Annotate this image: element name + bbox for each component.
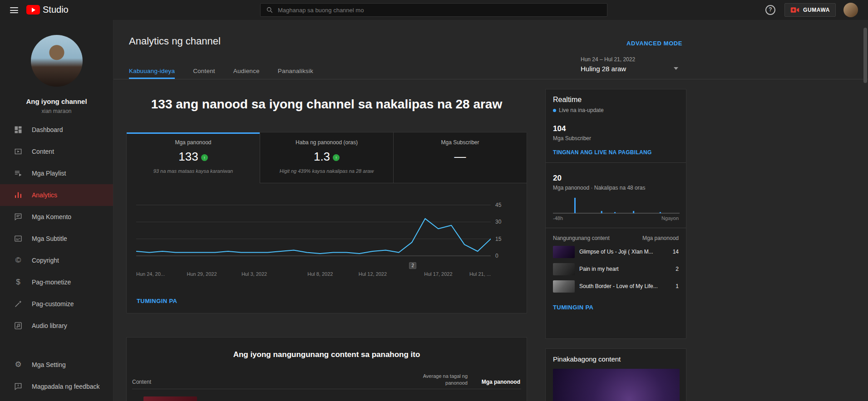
sidebar-item-content[interactable]: Content xyxy=(0,141,113,162)
live-label: Live na ina-update xyxy=(559,107,604,113)
live-count-link[interactable]: TINGNAN ANG LIVE NA PAGBILANG xyxy=(553,149,679,156)
trend-up-icon: ↑ xyxy=(333,154,340,161)
metric-tabs: Mga panonood 133↑ 93 na mas mataas kaysa… xyxy=(127,132,527,183)
y-tick-label: 30 xyxy=(495,219,501,225)
x-tick-label: Hun 29, 2022 xyxy=(187,271,217,277)
customize-icon xyxy=(14,299,23,308)
help-icon[interactable]: ? xyxy=(765,5,775,15)
views-line-chart xyxy=(136,200,491,260)
axis-start-label: -48h xyxy=(553,215,563,221)
realtime-list-header: Nangungunang content Mga panonood xyxy=(553,235,679,241)
sidebar: Ang iyong channel xian maraon Dashboard … xyxy=(0,20,113,401)
column-header-content: Content xyxy=(132,379,151,385)
channel-handle: xian maraon xyxy=(0,108,113,114)
sidebar-item-audio-library[interactable]: Audio library xyxy=(0,315,113,337)
sidebar-item-feedback[interactable]: Magpadala ng feedback xyxy=(0,376,113,397)
watch-time-value: 1.3 xyxy=(314,150,330,163)
metric-tab-subscribers[interactable]: Mga Subscriber — xyxy=(393,132,527,183)
sidebar-item-copyright[interactable]: © Copyright xyxy=(0,249,113,271)
column-header-avg-duration[interactable]: Average na tagal ng panonood xyxy=(420,373,468,386)
channel-name: Ang iyong channel xyxy=(0,98,113,105)
top-content-table-header: Content Average na tagal ng panonood Mga… xyxy=(132,370,521,389)
tab-content[interactable]: Content xyxy=(193,64,215,79)
metric-tab-watch-time[interactable]: Haba ng panonood (oras) 1.3↑ Higit ng 43… xyxy=(260,132,393,183)
watch-time-note: Higit ng 439% kaysa nakalipas na 28 araw xyxy=(260,168,393,174)
top-content-title: Ang iyong nangungunang content sa panaho… xyxy=(127,350,527,359)
list-item[interactable]: Pain in my heart 2 xyxy=(553,260,679,278)
search-input[interactable] xyxy=(278,7,602,14)
sidebar-item-dashboard[interactable]: Dashboard xyxy=(0,119,113,141)
list-item[interactable]: Glimpse of Us - Joji ( XIan M... 14 xyxy=(553,243,679,260)
video-thumbnail xyxy=(553,246,575,258)
x-tick-label: Hul 21, ... xyxy=(469,271,491,277)
content-icon xyxy=(14,147,23,156)
divider xyxy=(546,228,686,228)
channel-profile: Ang iyong channel xian maraon xyxy=(0,20,113,114)
realtime-title: Realtime xyxy=(553,96,679,104)
date-range-text: Hun 24 – Hul 21, 2022 xyxy=(581,56,678,63)
analytics-icon xyxy=(14,191,23,200)
y-tick-label: 45 xyxy=(495,202,501,208)
views-headline: 133 ang nanood sa iyong channel sa nakal… xyxy=(126,97,527,112)
sidebar-item-subtitles[interactable]: Mga Subtitle xyxy=(0,228,113,249)
subscriber-count: 104 xyxy=(553,124,679,133)
video-thumbnail xyxy=(553,263,575,275)
main-area: Analytics ng channel ADVANCED MODE Hun 2… xyxy=(113,20,868,401)
hamburger-menu-icon[interactable] xyxy=(10,7,18,13)
account-avatar[interactable] xyxy=(843,3,858,17)
x-tick-label: Hun 24, 20... xyxy=(136,271,165,277)
axis-end-label: Ngayon xyxy=(661,215,679,221)
create-button-label: GUMAWA xyxy=(803,7,830,13)
tab-research[interactable]: Pananaliksik xyxy=(278,64,313,79)
sidebar-item-comments[interactable]: Mga Komento xyxy=(0,206,113,228)
monetize-icon: $ xyxy=(14,278,23,287)
chart-event-marker[interactable]: 2 xyxy=(409,262,416,269)
top-content-card: Ang iyong nangungunang content sa panaho… xyxy=(126,337,527,401)
trend-up-icon: ↑ xyxy=(201,154,208,161)
page-title: Analytics ng channel xyxy=(129,35,221,47)
audio-library-icon xyxy=(14,321,23,330)
subscriber-count-label: Mga Subscriber xyxy=(553,135,679,142)
realtime-see-more-link[interactable]: TUMINGIN PA xyxy=(553,304,679,311)
live-indicator: Live na ina-update xyxy=(553,107,679,113)
live-dot-icon xyxy=(553,109,556,112)
x-tick-label: Hul 12, 2022 xyxy=(359,271,387,277)
y-tick-label: 15 xyxy=(495,236,501,242)
metric-tab-views[interactable]: Mga panonood 133↑ 93 na mas mataas kaysa… xyxy=(127,132,260,183)
top-bar: Studio ? GUMAWA xyxy=(0,0,868,20)
feedback-icon xyxy=(14,382,23,391)
scrollbar-thumb[interactable] xyxy=(863,28,867,83)
sidebar-item-customize[interactable]: Pag-customize xyxy=(0,293,113,315)
x-tick-label: Hul 8, 2022 xyxy=(307,271,333,277)
list-header-views: Mga panonood xyxy=(642,235,679,241)
sidebar-item-monetize[interactable]: $ Pag-monetize xyxy=(0,271,113,293)
subscribers-value: — xyxy=(394,150,527,164)
search-icon xyxy=(266,6,273,14)
dashboard-icon xyxy=(14,125,23,134)
x-tick-label: Hul 17, 2022 xyxy=(424,271,452,277)
sidebar-item-playlists[interactable]: Mga Playlist xyxy=(0,162,113,184)
app-brand: Studio xyxy=(43,5,69,15)
realtime-sparkline xyxy=(553,196,680,214)
sidebar-item-analytics[interactable]: Analytics xyxy=(0,184,113,206)
search-bar[interactable] xyxy=(260,3,607,17)
divider xyxy=(546,162,686,163)
youtube-play-icon xyxy=(26,5,40,15)
column-header-views[interactable]: Mga panonood xyxy=(482,379,520,385)
latest-content-thumbnail[interactable] xyxy=(553,369,680,401)
advanced-mode-link[interactable]: ADVANCED MODE xyxy=(626,40,682,47)
video-thumbnail[interactable] xyxy=(143,396,197,401)
create-video-icon xyxy=(790,6,799,14)
x-tick-label: Hul 3, 2022 xyxy=(242,271,267,277)
tab-audience[interactable]: Audience xyxy=(233,64,260,79)
list-header-content: Nangungunang content xyxy=(553,235,610,241)
tab-overview[interactable]: Kabuuang-ideya xyxy=(129,64,175,79)
list-item[interactable]: South Border - Love of My Life... 1 xyxy=(553,278,679,295)
app-logo[interactable]: Studio xyxy=(26,5,69,15)
see-more-link[interactable]: TUMINGIN PA xyxy=(137,298,177,304)
views-48h-count: 20 xyxy=(553,174,679,183)
views-note: 93 na mas mataas kaysa karaniwan xyxy=(127,168,260,174)
channel-avatar[interactable] xyxy=(31,35,83,87)
sidebar-item-settings[interactable]: ⚙ Mga Setting xyxy=(0,354,113,376)
create-button[interactable]: GUMAWA xyxy=(784,3,836,17)
